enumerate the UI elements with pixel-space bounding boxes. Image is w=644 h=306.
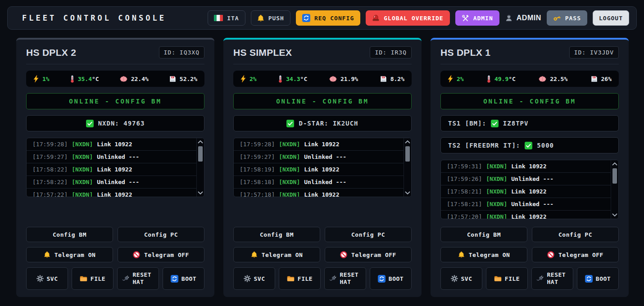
header-actions: ITA PUSH REQ CONFIG GLOBAL OVERRIDE: [208, 10, 629, 26]
log-scrollbar[interactable]: [404, 138, 411, 197]
telegram-off-button[interactable]: Telegram OFF: [325, 247, 412, 262]
config-pc-button[interactable]: Config PC: [325, 227, 412, 242]
status-badge: ONLINE - CONFIG BM: [26, 93, 204, 109]
card-actions: Config BM Config PC Telegram ON Telegram…: [440, 222, 619, 290]
gear-icon: [244, 275, 251, 282]
mem-value: 26%: [601, 76, 612, 82]
log-message: Unlinked ---: [304, 179, 346, 185]
log-message: Link 10922: [304, 141, 339, 148]
log-row: [17:59:27][NXDN]Unlinked ---: [234, 151, 404, 163]
log-row: [17:58:22][NXDN]Link 10922: [27, 163, 196, 176]
config-pc-label: Config PC: [144, 231, 178, 238]
svc-button[interactable]: SVC: [233, 267, 275, 290]
network-value: IZ8TPV: [503, 120, 529, 127]
card-actions: Config BM Config PC Telegram ON Telegram…: [26, 222, 204, 290]
power-value: 2%: [249, 76, 257, 82]
scroll-down-icon[interactable]: [612, 213, 617, 216]
svc-label: SVC: [47, 275, 58, 282]
scroll-down-icon[interactable]: [198, 191, 203, 194]
svc-label: SVC: [254, 275, 265, 282]
key-icon: [553, 14, 561, 22]
mem-stat: 8.2%: [380, 76, 404, 82]
file-button[interactable]: FILE: [486, 267, 528, 290]
divider: [440, 64, 619, 64]
thermometer-icon: [70, 75, 74, 83]
scroll-up-icon[interactable]: [612, 162, 617, 166]
telegram-on-button[interactable]: Telegram ON: [233, 247, 320, 262]
log-scrollbar[interactable]: [196, 138, 204, 197]
boot-button[interactable]: BOOT: [577, 267, 619, 290]
scroll-up-icon[interactable]: [198, 140, 203, 144]
reset-hat-button[interactable]: RESET HAT: [324, 267, 366, 290]
temp-value: 35.4: [78, 76, 92, 82]
log-time: [17:57:18]: [240, 191, 275, 197]
current-user: ADMIN: [505, 14, 541, 22]
log-row: [17:57:22][NXDN]Link 10922: [27, 189, 196, 197]
config-bm-button[interactable]: Config BM: [233, 227, 320, 242]
scroll-up-icon[interactable]: [405, 140, 410, 144]
reset-hat-button[interactable]: RESET HAT: [117, 267, 159, 290]
boot-button[interactable]: BOOT: [163, 267, 204, 290]
brain-icon: [329, 76, 337, 82]
log-message: Link 10922: [304, 191, 339, 197]
stats-bar: 1% 35.4°C 22.4% 52.2%: [26, 71, 204, 87]
push-label: PUSH: [268, 15, 284, 22]
file-button[interactable]: FILE: [279, 267, 321, 290]
check-icon: [86, 120, 94, 127]
req-config-button[interactable]: REQ CONFIG: [296, 10, 360, 26]
scroll-down-icon[interactable]: [405, 191, 410, 194]
language-button[interactable]: ITA: [208, 10, 245, 26]
log-panel[interactable]: [17:59:28][NXDN]Link 10922 [17:59:27][NX…: [26, 138, 204, 197]
logout-button[interactable]: LOGOUT: [593, 10, 629, 26]
divider: [233, 64, 412, 64]
pass-label: PASS: [565, 15, 581, 22]
config-bm-button[interactable]: Config BM: [26, 227, 113, 242]
device-id-badge: ID: IR3Q: [370, 46, 412, 58]
log-tag: [NXDN]: [486, 176, 507, 182]
global-override-button[interactable]: GLOBAL OVERRIDE: [366, 10, 449, 26]
config-bm-button[interactable]: Config BM: [440, 227, 527, 242]
log-tag: [NXDN]: [486, 213, 507, 219]
reset-hat-button[interactable]: RESET HAT: [531, 267, 573, 290]
log-panel[interactable]: [17:59:31][NXDN]Link 10922 [17:59:26][NX…: [440, 160, 619, 219]
push-button[interactable]: PUSH: [251, 10, 290, 26]
file-button[interactable]: FILE: [72, 267, 113, 290]
config-pc-button[interactable]: Config PC: [118, 227, 204, 242]
network-prefix: TS1 [BM]:: [448, 120, 486, 127]
bell-icon: [458, 251, 465, 258]
lightning-bolt-icon: [33, 75, 39, 82]
admin-mode-button[interactable]: ADMIN: [455, 10, 499, 26]
svc-button[interactable]: SVC: [26, 267, 68, 290]
log-time: [17:59:27]: [32, 153, 68, 160]
mem-value: 8.2%: [390, 76, 404, 82]
telegram-off-button[interactable]: Telegram OFF: [532, 247, 619, 262]
temp-unit: °C: [92, 76, 99, 82]
log-scrollbar[interactable]: [611, 160, 618, 219]
telegram-on-button[interactable]: Telegram ON: [440, 247, 527, 262]
log-time: [17:58:21]: [447, 201, 482, 207]
svc-label: SVC: [461, 275, 472, 282]
log-time: [17:58:19]: [240, 166, 275, 173]
log-tag: [NXDN]: [72, 191, 93, 197]
electric-plug-icon: [536, 275, 544, 283]
telegram-off-button[interactable]: Telegram OFF: [118, 247, 204, 262]
network-status-row-ts1: TS1 [BM]: IZ8TPV: [440, 115, 619, 131]
bell-icon: [251, 251, 258, 258]
mem-stat: 52.2%: [169, 76, 197, 82]
log-message: Link 10922: [511, 188, 546, 195]
log-time: [17:57:20]: [447, 213, 482, 219]
scrollbar-thumb[interactable]: [405, 146, 410, 162]
boot-button[interactable]: BOOT: [370, 267, 412, 290]
log-time: [17:59:31]: [447, 163, 482, 170]
logout-label: LOGOUT: [599, 15, 623, 22]
scrollbar-thumb[interactable]: [612, 168, 617, 184]
telegram-on-button[interactable]: Telegram ON: [26, 247, 113, 262]
pass-button[interactable]: PASS: [547, 10, 587, 26]
config-pc-button[interactable]: Config PC: [532, 227, 619, 242]
svc-button[interactable]: SVC: [440, 267, 482, 290]
log-panel[interactable]: [17:59:28][NXDN]Link 10922 [17:59:27][NX…: [233, 138, 412, 197]
scrollbar-thumb[interactable]: [198, 146, 203, 162]
card-header: HS SIMPLEX ID: IR3Q: [233, 46, 412, 58]
log-time: [17:59:26]: [447, 176, 482, 182]
refresh-icon: [378, 275, 385, 283]
